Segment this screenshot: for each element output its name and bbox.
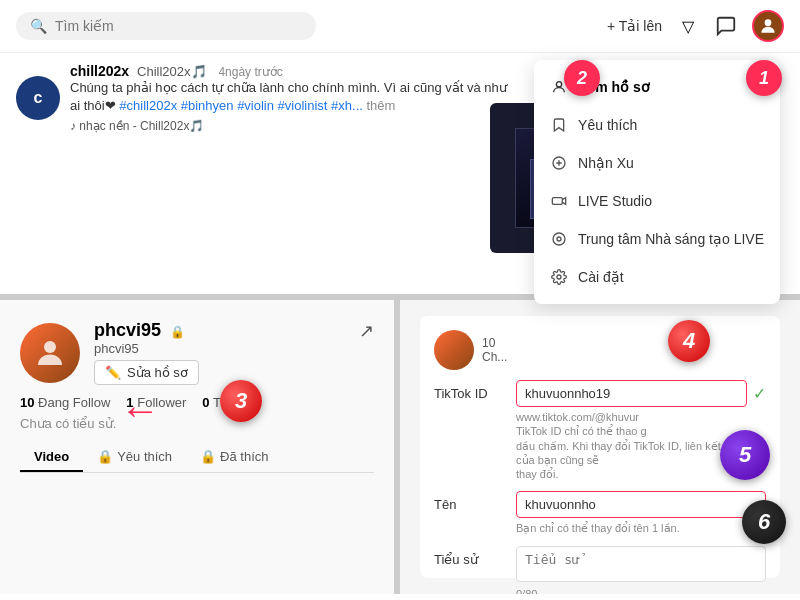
bio-label: Tiểu sử <box>434 546 504 594</box>
lock-fav-icon: 🔒 <box>97 449 113 464</box>
gift-icon <box>550 154 568 172</box>
tiktok-id-label: TikTok ID <box>434 380 504 481</box>
dropdown-coins-label: Nhận Xu <box>578 155 634 171</box>
bio-count: 0/80 <box>516 588 766 594</box>
svg-point-6 <box>557 275 561 279</box>
bio-input[interactable] <box>516 546 766 582</box>
post-avatar: c <box>16 76 60 120</box>
post-music: ♪ nhạc nền - Chill202x🎵 <box>70 119 520 133</box>
header-bar: 🔍 + Tải lên ▽ <box>0 0 800 53</box>
tab-liked[interactable]: 🔒 Đã thích <box>186 443 282 472</box>
dropdown-item-settings[interactable]: Cài đặt <box>534 258 780 296</box>
dropdown-item-coins[interactable]: Nhận Xu <box>534 144 780 182</box>
edit-profile-button[interactable]: ✏️ Sửa hồ sơ <box>94 360 199 385</box>
left-arrow-icon: ← <box>120 390 160 430</box>
upload-button[interactable]: + Tải lên <box>607 18 662 34</box>
badge-6: 6 <box>742 500 786 544</box>
tab-liked-label: Đã thích <box>220 449 268 464</box>
dropdown-settings-label: Cài đặt <box>578 269 624 285</box>
badge-4: 4 <box>668 320 710 362</box>
dropdown-item-live-studio[interactable]: LIVE Studio <box>534 182 780 220</box>
dropdown-live-studio-label: LIVE Studio <box>578 193 652 209</box>
post-time: 4ngày trước <box>218 65 282 79</box>
dropdown-item-favorite[interactable]: Yêu thích <box>534 106 780 144</box>
dropdown-favorite-label: Yêu thích <box>578 117 637 133</box>
post-description: Chúng ta phải học cách tự chữa lành cho … <box>70 79 520 115</box>
filter-icon[interactable]: ▽ <box>676 14 700 38</box>
check-icon: ✓ <box>753 384 766 403</box>
svg-point-7 <box>44 341 56 353</box>
tab-video-label: Video <box>34 449 69 464</box>
profile-avatar <box>20 323 80 383</box>
search-icon: 🔍 <box>30 18 47 34</box>
top-section: 🔍 + Tải lên ▽ c <box>0 0 800 300</box>
edit-top-row: 10 Ch... <box>434 330 766 370</box>
dropdown-creator-label: Trung tâm Nhà sáng tạo LIVE <box>578 231 764 247</box>
share-button[interactable]: ↗ <box>359 320 374 342</box>
post-display-name: Chill202x🎵 <box>137 64 206 79</box>
name-hint: Bạn chỉ có thể thay đổi tên 1 lần. <box>516 521 766 535</box>
profile-handle: phcvi95 <box>94 341 374 356</box>
name-label: Tên <box>434 491 504 535</box>
profile-name: phcvi95 🔒 <box>94 320 374 341</box>
svg-point-4 <box>557 237 561 241</box>
badge-3: 3 <box>220 380 262 422</box>
name-input[interactable] <box>516 491 766 518</box>
message-icon[interactable] <box>714 14 738 38</box>
lock-icon: 🔒 <box>170 325 185 339</box>
following-count: 10 Đang Follow <box>20 395 110 410</box>
search-box[interactable]: 🔍 <box>16 12 316 40</box>
svg-point-5 <box>553 233 565 245</box>
tab-favorite[interactable]: 🔒 Yêu thích <box>83 443 186 472</box>
bookmark-icon <box>550 116 568 134</box>
tiktok-id-input[interactable] <box>516 380 747 407</box>
gear-icon <box>550 268 568 286</box>
profile-tabs: Video 🔒 Yêu thích 🔒 Đã thích <box>20 443 374 473</box>
tiktok-id-input-row: ✓ <box>516 380 766 407</box>
edit-pencil-icon: ✏️ <box>105 365 121 380</box>
lock-liked-icon: 🔒 <box>200 449 216 464</box>
header-actions: + Tải lên ▽ <box>607 10 784 42</box>
tab-favorite-label: Yêu thích <box>117 449 172 464</box>
edit-stats: 10 Ch... <box>482 336 507 364</box>
post-username: chill202x Chill202x🎵 4ngày trước <box>70 63 520 79</box>
profile-panel: ↗ phcvi95 🔒 phcvi95 ✏️ Sửa hồ sơ <box>0 300 400 594</box>
post-user-info: chill202x Chill202x🎵 4ngày trước Chúng t… <box>70 63 520 133</box>
edit-avatar <box>434 330 474 370</box>
video-icon <box>550 192 568 210</box>
post-hashtags[interactable]: #chill202x #binhyen #violin #violinist #… <box>119 98 363 113</box>
badge-5: 5 <box>720 430 770 480</box>
dropdown-menu: Xem hồ sơ Yêu thích Nhận Xu <box>534 60 780 304</box>
post-more[interactable]: thêm <box>367 98 396 113</box>
edit-profile-label: Sửa hồ sơ <box>127 365 188 380</box>
bottom-section: ↗ phcvi95 🔒 phcvi95 ✏️ Sửa hồ sơ <box>0 300 800 594</box>
profile-header: phcvi95 🔒 phcvi95 ✏️ Sửa hồ sơ <box>20 320 374 385</box>
profile-stats: 10 Đang Follow 1 Follower 0 Thích <box>20 395 374 410</box>
badge-2: 2 <box>564 60 600 96</box>
profile-info: phcvi95 🔒 phcvi95 ✏️ Sửa hồ sơ <box>94 320 374 385</box>
name-field-area: Bạn chỉ có thể thay đổi tên 1 lần. <box>516 491 766 535</box>
badge-1: 1 <box>746 60 782 96</box>
bio-row: Tiểu sử 0/80 <box>434 546 766 594</box>
bio-field-area: 0/80 <box>516 546 766 594</box>
arrow-annotation: ← <box>120 390 160 430</box>
tiktok-id-row: TikTok ID ✓ www.tiktok.com/@khuvur TikTo… <box>434 380 766 481</box>
tab-video[interactable]: Video <box>20 443 83 472</box>
profile-bio: Chưa có tiểu sử. <box>20 416 374 431</box>
svg-rect-3 <box>552 198 562 205</box>
name-row: Tên Bạn chỉ có thể thay đổi tên 1 lần. <box>434 491 766 535</box>
building-icon <box>550 230 568 248</box>
user-avatar[interactable] <box>752 10 784 42</box>
upload-label: + Tải lên <box>607 18 662 34</box>
svg-point-1 <box>556 82 561 87</box>
svg-point-0 <box>765 19 772 26</box>
search-input[interactable] <box>55 18 302 34</box>
dropdown-item-creator-center[interactable]: Trung tâm Nhà sáng tạo LIVE <box>534 220 780 258</box>
edit-panel: 10 Ch... TikTok ID ✓ www.tiktok.com/@khu… <box>400 300 800 594</box>
